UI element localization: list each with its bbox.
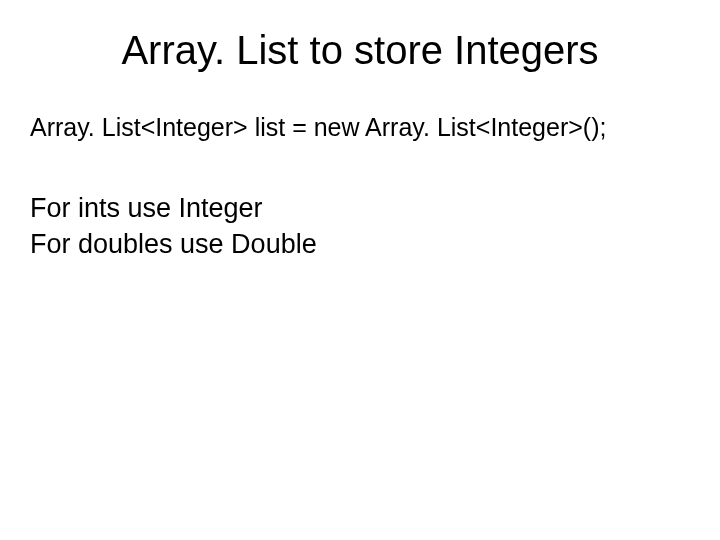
slide-title: Array. List to store Integers	[30, 28, 690, 73]
body-text: For ints use Integer For doubles use Dou…	[30, 190, 690, 263]
code-declaration: Array. List<Integer> list = new Array. L…	[30, 113, 690, 142]
body-line-1: For ints use Integer	[30, 190, 690, 226]
body-line-2: For doubles use Double	[30, 226, 690, 262]
slide-container: Array. List to store Integers Array. Lis…	[0, 0, 720, 540]
